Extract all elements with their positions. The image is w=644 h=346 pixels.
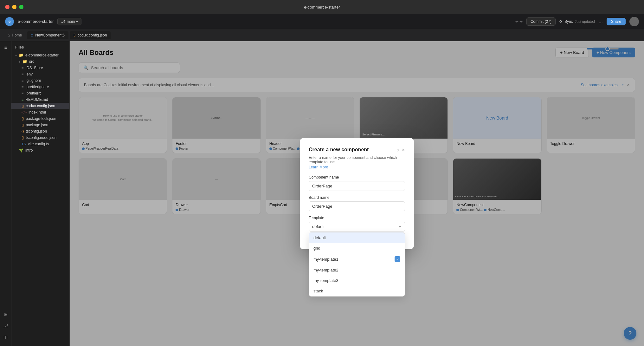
sync-label: Sync	[564, 19, 573, 24]
app-logo: e	[5, 17, 14, 26]
sidebar-icon-boards[interactable]: ⊞	[2, 310, 10, 318]
tree-label-pkg-lock: package-lock.json	[26, 116, 56, 121]
template-select-wrap: default grid my-template1 my-template2 m…	[309, 222, 405, 232]
modal-overlay[interactable]: Create a new component ? × Enter a name …	[70, 41, 644, 346]
tree-item-prettierignore[interactable]: ≡ .prettierignore	[11, 84, 69, 90]
help-icon[interactable]: ?	[397, 148, 399, 153]
tree-label-tsconfig-node: tsconfig.node.json	[26, 135, 56, 140]
tree-label-gitignore: .gitignore	[25, 78, 41, 83]
more-button[interactable]: ...	[599, 19, 603, 24]
tree-item-readme[interactable]: ≡ README.md	[11, 96, 69, 103]
tree-label-codux: codux.config.json	[26, 104, 55, 108]
modal-header: Create a new component ? ×	[309, 147, 405, 153]
modal-learn-more-link[interactable]: Learn More	[309, 165, 405, 169]
dropdown-label-my-template2: my-template2	[313, 268, 338, 272]
board-name-input[interactable]	[309, 201, 405, 211]
branch-selector[interactable]: ⎇ main ▾	[57, 18, 81, 25]
sidebar-icon-files[interactable]: ≡	[2, 44, 10, 51]
sync-icon: ⟳	[559, 19, 563, 24]
main-layout: ≡ ⊞ ⎇ ◫ Files ▾ 📁 e-commerce-starter ▸ 📁	[0, 41, 644, 346]
tree-item-pkg-lock[interactable]: {} package-lock.json	[11, 115, 69, 122]
traffic-lights	[5, 5, 23, 9]
share-button[interactable]: Share	[607, 18, 626, 25]
file-icon-html: </>	[22, 110, 27, 114]
avatar	[629, 17, 639, 26]
dropdown-item-grid[interactable]: grid	[309, 243, 405, 253]
tree-item-codux-config[interactable]: {} codux.config.json	[11, 103, 69, 109]
dropdown-item-default[interactable]: default	[309, 232, 405, 243]
tree-item-gitignore[interactable]: ≡ .gitignore	[11, 77, 69, 84]
close-button[interactable]	[5, 5, 10, 9]
tab-label-component: NewComponent6	[35, 33, 65, 37]
dropdown-item-stack[interactable]: stack	[309, 286, 405, 296]
modal-title: Create a new component	[309, 147, 369, 153]
sidebar-bottom-icons: ⊞ ⎇ ◫	[0, 308, 12, 343]
tree-label-readme: README.md	[25, 97, 48, 102]
nav-actions: ↩ ↪ Commit (27) ⟳ Sync Just updated ... …	[515, 17, 639, 26]
file-icon-codux: {}	[22, 104, 24, 108]
form-row-board-name: Board name	[309, 195, 405, 211]
dropdown-label-my-template3: my-template3	[313, 278, 338, 283]
tree-item-vite[interactable]: TS vite.config.ts	[11, 141, 69, 147]
undo-btn[interactable]: ↩ ↪	[515, 19, 523, 24]
tree-item-ds-store[interactable]: ≡ .DS_Store	[11, 65, 69, 71]
tree-item-tsconfig[interactable]: {} tsconfig.json	[11, 128, 69, 134]
modal-subtitle: Enter a name for your component and choo…	[309, 155, 405, 164]
folder-icon: 📁	[19, 53, 23, 57]
tree-label-intro: intro	[25, 148, 33, 153]
dropdown-item-my-template2[interactable]: my-template2	[309, 265, 405, 275]
tree-root-label: e-commerce-starter	[25, 53, 59, 57]
src-folder-icon: 📁	[23, 59, 27, 64]
home-icon: ⌂	[8, 33, 10, 37]
file-icon-prettierrc: ≡	[22, 91, 23, 95]
sidebar-icon-strip: ≡ ⊞ ⎇ ◫	[0, 41, 11, 346]
tree-label-prettierrc: .prettierrc	[25, 91, 42, 95]
create-component-modal: Create a new component ? × Enter a name …	[300, 138, 414, 249]
fullscreen-button[interactable]	[19, 5, 23, 9]
tab-home[interactable]: ⌂ Home	[4, 31, 26, 39]
file-icon-vite: TS	[22, 142, 26, 146]
file-icon-env: ≡	[22, 72, 23, 76]
chevron-right-icon: ▸	[19, 60, 21, 63]
intro-icon: 🌱	[19, 148, 23, 153]
component-name-input[interactable]	[309, 181, 405, 191]
tree-item-env[interactable]: ≡ .env	[11, 71, 69, 77]
sync-button[interactable]: ⟳ Sync Just updated	[559, 19, 595, 24]
sidebar-icon-git[interactable]: ⎇	[2, 322, 10, 330]
dropdown-label-stack: stack	[313, 289, 323, 293]
close-icon[interactable]: ×	[402, 147, 405, 153]
file-icon-gitignore: ≡	[22, 79, 23, 82]
modal-close-area: ? ×	[397, 147, 405, 153]
tree-item-tsconfig-node[interactable]: {} tsconfig.node.json	[11, 134, 69, 141]
tab-bar: ⌂ Home ◻ NewComponent6 {} codux.config.j…	[0, 29, 644, 41]
tree-label-pkg: package.json	[26, 123, 48, 127]
sidebar-icon-components[interactable]: ◫	[2, 333, 10, 341]
file-icon-prettierignore: ≡	[22, 85, 23, 89]
file-icon-ds: ≡	[22, 66, 23, 70]
component-name-label: Component name	[309, 175, 405, 180]
tab-codux-config[interactable]: {} codux.config.json	[70, 31, 111, 39]
chevron-down-icon: ▾	[15, 54, 17, 57]
tree-root-folder[interactable]: ▾ 📁 e-commerce-starter	[11, 52, 69, 58]
dropdown-label-my-template1: my-template1	[313, 257, 338, 262]
tree-item-index-html[interactable]: </> index.html	[11, 109, 69, 115]
tree-item-src[interactable]: ▸ 📁 src	[11, 58, 69, 65]
tree-item-intro[interactable]: 🌱 intro	[11, 147, 69, 153]
app-name: e-commerce-starter	[18, 19, 54, 24]
template-dropdown: default grid my-template1 ✓ my-template2	[309, 232, 405, 297]
tree-item-prettierrc[interactable]: ≡ .prettierrc	[11, 90, 69, 96]
chevron-down-icon: ▾	[76, 19, 78, 24]
tab-new-component6[interactable]: ◻ NewComponent6	[27, 31, 68, 39]
file-icon-pkg: {}	[22, 123, 24, 127]
tab-home-label: Home	[12, 33, 22, 37]
minimize-button[interactable]	[12, 5, 16, 9]
dropdown-item-my-template1[interactable]: my-template1 ✓	[309, 253, 405, 265]
tree-item-pkg[interactable]: {} package.json	[11, 122, 69, 128]
file-icon-readme: ≡	[22, 98, 23, 101]
window-title: e-commerce-starter	[304, 5, 340, 10]
template-select[interactable]: default grid my-template1 my-template2 m…	[309, 222, 405, 232]
commit-button[interactable]: Commit (27)	[526, 17, 556, 26]
file-icon-tsconfig: {}	[22, 129, 24, 133]
form-row-template: Template default grid my-template1 my-te…	[309, 216, 405, 232]
dropdown-item-my-template3[interactable]: my-template3	[309, 275, 405, 286]
